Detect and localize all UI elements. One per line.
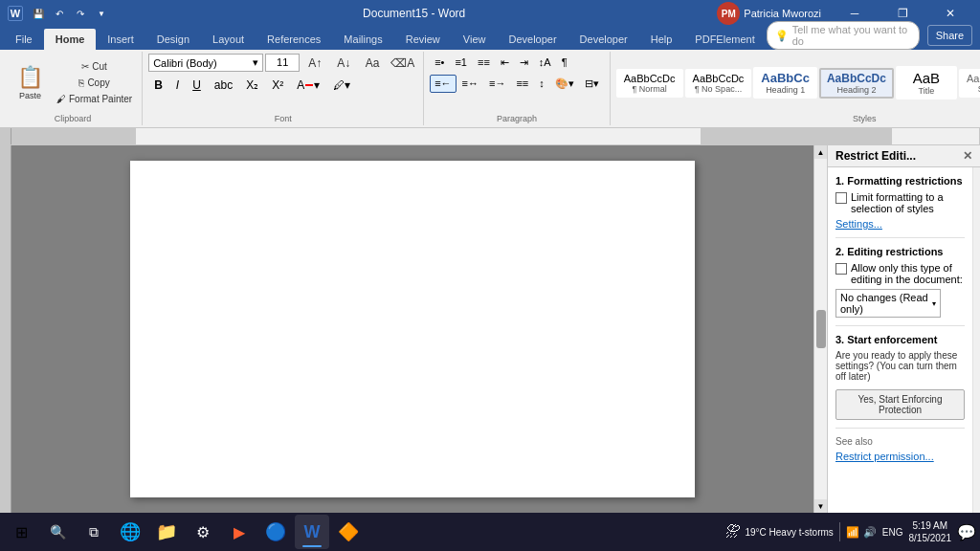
tab-review[interactable]: Review (394, 29, 452, 50)
style-h1-label: Heading 1 (761, 85, 810, 95)
user-avatar[interactable]: PM (717, 2, 740, 25)
quick-access-toolbar: 💾 ↶ ↷ ▼ (29, 4, 111, 23)
edit-restrict-row: Allow only this type of editing in the d… (835, 262, 965, 285)
tab-home[interactable]: Home (44, 29, 97, 50)
document-canvas[interactable] (11, 145, 813, 513)
multilevel-list-button[interactable]: ≡≡ (473, 54, 495, 72)
tab-view[interactable]: View (452, 29, 498, 50)
tab-developer[interactable]: Developer (497, 29, 568, 50)
explorer-taskbar-app[interactable]: 📁 (149, 515, 184, 549)
divider3 (835, 428, 965, 429)
highlight-button[interactable]: 🖊▾ (327, 77, 356, 94)
panel-close-button[interactable]: ✕ (963, 149, 972, 163)
change-case-button[interactable]: Aa (359, 54, 386, 72)
redo-button[interactable]: ↷ (71, 4, 90, 23)
tab-file[interactable]: File (4, 29, 44, 50)
style-subtitle[interactable]: AaBbCcDc Subtitle (959, 69, 980, 98)
start-button[interactable]: ⊞ (4, 515, 38, 549)
lightbulb-icon: 💡 (775, 30, 789, 42)
borders-button[interactable]: ⊟▾ (580, 75, 604, 93)
browser2-taskbar-app[interactable]: 🔵 (258, 515, 293, 549)
notification-button[interactable]: 💬 (957, 523, 976, 541)
numbering-button[interactable]: ≡1 (450, 54, 472, 72)
style-title[interactable]: AaB Title (896, 66, 957, 99)
bullets-button[interactable]: ≡• (430, 54, 449, 72)
font-name-value: Calibri (Body) (153, 57, 217, 69)
tab-references[interactable]: References (256, 29, 332, 50)
paste-button[interactable]: 📋 Paste (10, 61, 51, 104)
justify-button[interactable]: ≡≡ (511, 75, 533, 93)
tab-pdfelement[interactable]: PDFElement (683, 29, 766, 50)
font-color-button[interactable]: A▾ (291, 77, 325, 94)
tab-mailings[interactable]: Mailings (332, 29, 393, 50)
word-taskbar-app[interactable]: W (295, 515, 329, 549)
styles-group-label: Styles (616, 112, 980, 123)
vertical-scrollbar[interactable]: ▲ ▼ (813, 145, 827, 513)
unknown-taskbar-app[interactable]: 🔶 (331, 515, 366, 549)
increase-font-button[interactable]: A↑ (301, 54, 328, 72)
align-left-button[interactable]: ≡← (430, 75, 456, 93)
cut-button[interactable]: ✂ Cut (53, 59, 136, 74)
tab-layout[interactable]: Layout (201, 29, 256, 50)
task-view-button[interactable]: ⧉ (77, 515, 111, 549)
font-size-selector[interactable]: 11 (265, 54, 300, 72)
search-button[interactable]: 🔍 (40, 515, 75, 549)
media-taskbar-app[interactable]: ▶ (222, 515, 256, 549)
sort-button[interactable]: ↕A (534, 54, 556, 72)
decrease-indent-button[interactable]: ⇤ (496, 54, 514, 72)
section2-number: 2. (835, 246, 844, 257)
superscript-button[interactable]: X² (266, 77, 289, 94)
underline-button[interactable]: U (187, 77, 207, 94)
align-right-button[interactable]: ≡→ (484, 75, 510, 93)
customize-quick-access-button[interactable]: ▼ (92, 4, 111, 23)
edit-restrict-checkbox[interactable] (835, 263, 847, 275)
align-center-button[interactable]: ≡↔ (457, 75, 483, 93)
subscript-button[interactable]: X₂ (240, 77, 264, 94)
font-group: Calibri (Body) ▾ 11 A↑ A↓ Aa ⌫A B I U ab… (143, 52, 424, 125)
section3-description: Are you ready to apply these settings? (… (835, 350, 965, 382)
style-no-space[interactable]: AaBbCcDc ¶ No Spac... (685, 69, 752, 98)
style-heading2[interactable]: AaBbCcDc Heading 2 (819, 68, 894, 99)
show-marks-button[interactable]: ¶ (557, 54, 572, 72)
document-page[interactable] (130, 161, 695, 497)
bold-button[interactable]: B (148, 77, 168, 94)
ribbon-tabs: File Home Insert Design Layout Reference… (0, 27, 980, 50)
share-button[interactable]: Share (927, 25, 972, 46)
start-enforcing-button[interactable]: Yes, Start Enforcing Protection (835, 389, 965, 420)
edit-type-select[interactable]: No changes (Read only) ▾ (835, 289, 941, 318)
tell-me-input[interactable]: 💡 Tell me what you want to do (767, 21, 920, 50)
undo-button[interactable]: ↶ (50, 4, 69, 23)
copy-button[interactable]: ⎘ Copy (53, 76, 136, 90)
clipboard-group-label: Clipboard (10, 112, 136, 123)
style-heading1[interactable]: AaBbCc Heading 1 (753, 67, 817, 99)
paragraph-group: ≡• ≡1 ≡≡ ⇤ ⇥ ↕A ¶ ≡← ≡↔ ≡→ ≡≡ ↕ 🎨▾ ⊟▾ Pa… (424, 52, 611, 125)
edit-type-row: No changes (Read only) ▾ (835, 289, 965, 318)
format-painter-button[interactable]: 🖌 Format Painter (53, 92, 136, 106)
restrict-permission-link[interactable]: Restrict permission... (835, 451, 965, 462)
style-normal[interactable]: AaBbCcDc ¶ Normal (616, 69, 683, 98)
tab-insert[interactable]: Insert (96, 29, 145, 50)
tab-help[interactable]: Help (639, 29, 684, 50)
weather-text: 19°C Heavy t-storms (745, 527, 833, 538)
edge-taskbar-app[interactable]: 🌐 (113, 515, 147, 549)
scroll-down-button[interactable]: ▼ (814, 499, 828, 513)
format-restrict-checkbox[interactable] (835, 192, 847, 204)
strikethrough-button[interactable]: abc (209, 77, 238, 94)
scroll-up-button[interactable]: ▲ (814, 145, 828, 159)
increase-indent-button[interactable]: ⇥ (515, 54, 533, 72)
shading-button[interactable]: 🎨▾ (550, 75, 579, 93)
save-button[interactable]: 💾 (29, 4, 48, 23)
scroll-thumb[interactable] (816, 310, 826, 348)
line-spacing-button[interactable]: ↕ (534, 75, 549, 93)
clear-format-button[interactable]: ⌫A (388, 54, 417, 72)
tab-developer2[interactable]: Developer (568, 29, 639, 50)
style-title-preview: AaB (903, 70, 949, 86)
section2-heading: Editing restrictions (847, 246, 943, 257)
panel-scrollbar[interactable] (972, 167, 980, 513)
decrease-font-button[interactable]: A↓ (330, 54, 357, 72)
font-name-selector[interactable]: Calibri (Body) ▾ (148, 54, 263, 72)
settings-taskbar-app[interactable]: ⚙ (186, 515, 220, 549)
italic-button[interactable]: I (170, 77, 185, 94)
settings-link[interactable]: Settings... (835, 218, 965, 230)
tab-design[interactable]: Design (145, 29, 201, 50)
